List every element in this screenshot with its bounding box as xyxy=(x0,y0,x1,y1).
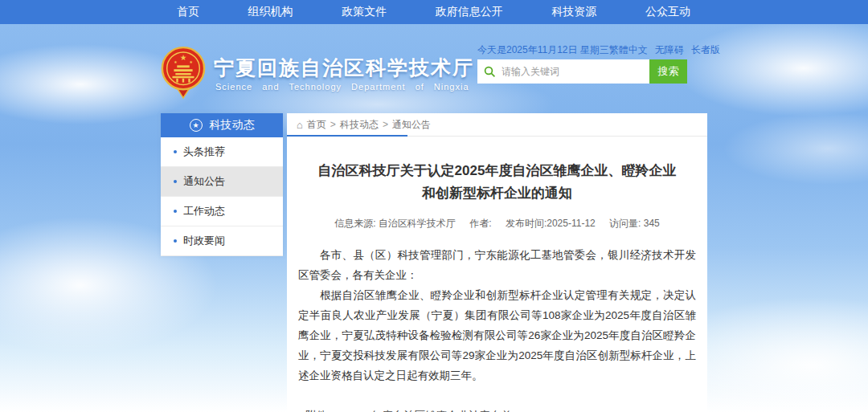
breadcrumb-separator: > xyxy=(383,119,388,130)
article-body: 各市、县（区）科技管理部门，宁东能源化工基地管委会，银川经济技术开发区管委会，各… xyxy=(298,245,696,385)
today-date-text: 今天是2025年11月12日 星期三 xyxy=(477,43,609,57)
meta-view-count: 访问量: 345 xyxy=(609,218,660,229)
breadcrumb-notices[interactable]: 通知公告 xyxy=(392,118,431,132)
header-links: 繁體中文 无障碍 长者版 xyxy=(609,43,720,57)
header-utility-row: 今天是2025年11月12日 星期三 繁體中文 无障碍 长者版 xyxy=(477,43,702,57)
site-subtitle-english: Science and Technology Department of Nin… xyxy=(215,82,469,92)
link-elder-version[interactable]: 长者版 xyxy=(691,43,720,57)
search-bar: 搜索 xyxy=(477,59,687,84)
nav-items-container: 首页 组织机构 政策文件 政府信息公开 科技资源 公众互动 xyxy=(170,0,697,24)
bullet-dot-icon xyxy=(174,180,177,183)
breadcrumb-separator: > xyxy=(330,119,336,130)
sidebar-item-work-updates[interactable]: 工作动态 xyxy=(161,197,283,226)
bullet-dot-icon xyxy=(174,239,177,243)
bullet-dot-icon xyxy=(174,210,177,213)
nav-item-policy-documents[interactable]: 政策文件 xyxy=(335,5,393,19)
article-title-line2: 和创新型标杆企业的通知 xyxy=(298,182,696,205)
attachments-label: 附件： xyxy=(305,407,338,412)
sidebar-item-notices[interactable]: 通知公告 xyxy=(161,167,283,197)
meta-author: 作者: xyxy=(469,218,491,229)
nav-item-public-interaction[interactable]: 公众互动 xyxy=(639,5,697,19)
link-accessibility[interactable]: 无障碍 xyxy=(655,43,684,57)
nav-item-home[interactable]: 首页 xyxy=(170,5,206,19)
home-icon: ⌂ xyxy=(297,120,303,130)
circled-star-icon: ★ xyxy=(190,119,203,132)
svg-text:★: ★ xyxy=(174,60,178,64)
main-content-panel: ⌂ 首页 > 科技动态 > 通知公告 自治区科技厅关于认定2025年度自治区雏鹰… xyxy=(287,113,707,412)
attachments-block: 附件： 1.2025年度自治区雏鹰企业认定名单 2.2025年度自治区瞪羚企业认… xyxy=(298,407,696,412)
breadcrumb-tech-news[interactable]: 科技动态 xyxy=(340,118,379,132)
cloud-decoration xyxy=(723,112,868,185)
sidebar-item-label: 时政要闻 xyxy=(183,234,225,248)
svg-text:★: ★ xyxy=(180,53,187,62)
article-paragraph: 根据自治区雏鹰企业、瞪羚企业和创新型标杆企业认定管理有关规定，决定认定半亩良人农… xyxy=(298,285,696,385)
article-paragraph: 各市、县（区）科技管理部门，宁东能源化工基地管委会，银川经济技术开发区管委会，各… xyxy=(298,245,696,285)
article-meta: 信息来源: 自治区科学技术厅 作者: 发布时间:2025-11-12 访问量: … xyxy=(298,217,696,230)
national-emblem-logo: ★ ★ ★ xyxy=(160,45,207,101)
article-title-line1: 自治区科技厅关于认定2025年度自治区雏鹰企业、瞪羚企业 xyxy=(298,160,696,182)
sidebar: ★ 科技动态 头条推荐 通知公告 工作动态 时政要闻 xyxy=(161,113,283,256)
svg-text:★: ★ xyxy=(189,60,193,64)
search-button[interactable]: 搜索 xyxy=(649,59,687,84)
article: 自治区科技厅关于认定2025年度自治区雏鹰企业、瞪羚企业 和创新型标杆企业的通知… xyxy=(287,160,707,412)
breadcrumb: ⌂ 首页 > 科技动态 > 通知公告 xyxy=(287,113,707,137)
search-input[interactable] xyxy=(502,66,643,77)
site-title: 宁夏回族自治区科学技术厅 xyxy=(214,55,474,81)
sidebar-header: ★ 科技动态 xyxy=(161,113,283,137)
search-icon xyxy=(484,66,496,78)
link-traditional-chinese[interactable]: 繁體中文 xyxy=(609,43,648,57)
sidebar-title: 科技动态 xyxy=(210,118,255,133)
sidebar-item-label: 头条推荐 xyxy=(183,145,225,159)
meta-publish-date: 发布时间:2025-11-12 xyxy=(506,218,596,229)
sidebar-item-headline-recommend[interactable]: 头条推荐 xyxy=(161,137,283,167)
top-navigation-bar: 首页 组织机构 政策文件 政府信息公开 科技资源 公众互动 xyxy=(0,0,868,24)
article-title: 自治区科技厅关于认定2025年度自治区雏鹰企业、瞪羚企业 和创新型标杆企业的通知 xyxy=(298,160,696,205)
sidebar-item-label: 工作动态 xyxy=(183,204,225,218)
sidebar-item-current-politics[interactable]: 时政要闻 xyxy=(161,226,283,256)
attachments-list: 1.2025年度自治区雏鹰企业认定名单 2.2025年度自治区瞪羚企业认定名单 … xyxy=(338,407,545,412)
nav-item-tech-resources[interactable]: 科技资源 xyxy=(545,5,603,19)
attachment-link-eagle-list[interactable]: 1.2025年度自治区雏鹰企业认定名单 xyxy=(338,407,545,412)
cloud-decoration xyxy=(675,20,868,116)
nav-item-organization[interactable]: 组织机构 xyxy=(242,5,300,19)
nav-item-gov-info-disclosure[interactable]: 政府信息公开 xyxy=(429,5,510,19)
sidebar-item-label: 通知公告 xyxy=(183,174,225,189)
meta-source: 信息来源: 自治区科学技术厅 xyxy=(334,218,456,229)
search-input-wrap xyxy=(477,59,649,84)
breadcrumb-home[interactable]: 首页 xyxy=(307,118,326,132)
page-background: 首页 组织机构 政策文件 政府信息公开 科技资源 公众互动 ★ ★ ★ 宁夏回族… xyxy=(0,0,868,412)
bullet-dot-icon xyxy=(174,150,177,153)
